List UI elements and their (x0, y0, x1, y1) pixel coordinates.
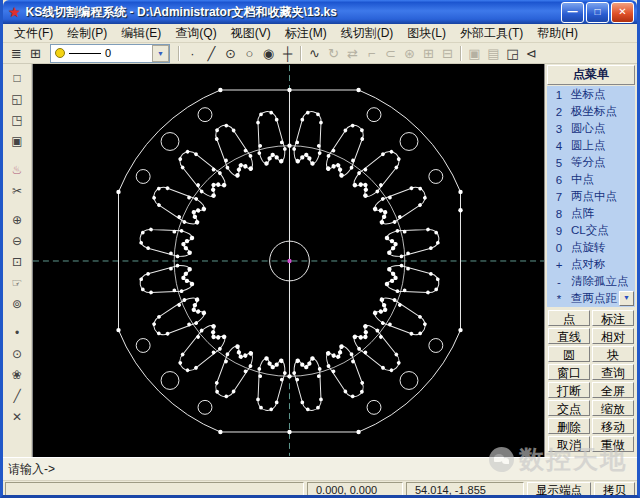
layer-settings-icon[interactable]: ⊞ (26, 45, 45, 62)
delete-button[interactable]: 删除 (548, 418, 590, 434)
fullscreen-button[interactable]: 全屏 (592, 382, 634, 398)
point-menu-item-divide-point[interactable]: 5等分点 (547, 154, 635, 171)
open-block-icon[interactable]: ◲ (503, 45, 522, 62)
point-menu-item-measure-two-point-distance[interactable]: *查两点距▼ (547, 290, 635, 307)
point-menu-key: - (554, 276, 564, 288)
point-menu-item-polar-coordinate-point[interactable]: 2极坐标点 (547, 103, 635, 120)
minimize-button[interactable]: — (561, 2, 584, 23)
point-menu-item-two-point-midpoint[interactable]: 7两点中点 (547, 188, 635, 205)
combo-dropdown-icon[interactable]: ▼ (152, 45, 169, 62)
cancel-button[interactable]: 取消 (548, 436, 590, 452)
right-panel: 点菜单 1坐标点2极坐标点3圆心点4圆上点5等分点6中点7两点中点8点阵9CL交… (545, 64, 637, 457)
menu-bar: 文件(F)绘制(P)编辑(E)查询(Q)视图(V)标注(M)线切割(D)图块(L… (3, 24, 637, 43)
snap-quadrant-icon[interactable]: ❀ (6, 365, 28, 384)
point-menu-key: 3 (554, 123, 564, 135)
point-menu-label: 极坐标点 (571, 104, 617, 119)
menu-draw[interactable]: 绘制(P) (60, 25, 114, 42)
point-menu-key: 2 (554, 106, 564, 118)
menu-dimension[interactable]: 标注(M) (278, 25, 334, 42)
point-menu-label: CL交点 (571, 223, 609, 238)
draw-spline-icon[interactable]: ∿ (305, 45, 324, 62)
window-button[interactable]: 窗口 (548, 364, 590, 380)
point-menu-header[interactable]: 点菜单 (547, 65, 635, 85)
point-menu-key: 7 (554, 191, 564, 203)
zoom-in-icon[interactable]: ⊕ (6, 210, 28, 229)
zoom-out-icon[interactable]: ⊖ (6, 231, 28, 250)
title-bar: ★ KS线切割编程系统 - D:\Administrator文档和收藏夹\13.… (3, 0, 637, 24)
line-button[interactable]: 直线 (548, 328, 590, 344)
circle-button[interactable]: 圆 (548, 346, 590, 362)
erase-icon[interactable]: ✂ (6, 181, 28, 200)
point-menu-label: 点旋转 (571, 240, 606, 255)
close-button[interactable]: ✕ (611, 2, 634, 23)
toolbar-separator (300, 46, 302, 61)
layers-icon[interactable]: ≣ (7, 45, 26, 62)
import-file-icon[interactable]: ◳ (6, 110, 28, 129)
point-button[interactable]: 点 (548, 310, 590, 326)
draw-point-icon[interactable]: · (183, 45, 202, 62)
point-menu-key: 5 (554, 157, 564, 169)
zoom-window-icon[interactable]: ⊡ (6, 252, 28, 271)
draw-line-icon[interactable]: ╱ (202, 45, 221, 62)
draw-ellipse-icon[interactable]: ◉ (259, 45, 278, 62)
query-button[interactable]: 查询 (592, 364, 634, 380)
menu-help[interactable]: 帮助(H) (530, 25, 585, 42)
layer-toolbar-group: ≣⊞ (7, 45, 45, 62)
save-file-icon[interactable]: ▣ (6, 131, 28, 150)
menu-view[interactable]: 视图(V) (224, 25, 278, 42)
zoom-extents-icon[interactable]: ⊚ (6, 294, 28, 313)
menu-file[interactable]: 文件(F) (7, 25, 60, 42)
snap-point-icon[interactable]: • (6, 323, 28, 342)
point-menu-item-point-rotate[interactable]: 0点旋转 (547, 239, 635, 256)
point-menu-label: 清除孤立点 (571, 274, 629, 289)
copy-button[interactable]: 拷贝 (594, 482, 635, 498)
intersection-button[interactable]: 交点 (548, 400, 590, 416)
command-bar[interactable]: 请输入-> (3, 457, 637, 480)
snap-center-icon[interactable]: ⊙ (6, 344, 28, 363)
new-file-icon[interactable]: □ (6, 68, 28, 87)
menu-edit[interactable]: 编辑(E) (114, 25, 168, 42)
draw-circle-icon[interactable]: ⊙ (221, 45, 240, 62)
toolbar-separator (178, 46, 180, 61)
show-endpoints-button[interactable]: 显示端点 (527, 482, 591, 498)
trim-icon: ⌐ (362, 45, 381, 62)
point-menu-dropdown-icon[interactable]: ▼ (619, 291, 634, 306)
point-menu-item-cl-intersection-point[interactable]: 9CL交点 (547, 222, 635, 239)
menu-block[interactable]: 图块(L) (400, 25, 453, 42)
layer-combo[interactable]: 0 ▼ (50, 44, 170, 63)
print-icon[interactable]: ♨ (6, 160, 28, 179)
point-menu-item-midpoint[interactable]: 6中点 (547, 171, 635, 188)
break-button[interactable]: 打断 (548, 382, 590, 398)
relative-button[interactable]: 相对 (592, 328, 634, 344)
snap-line-icon[interactable]: ╱ (6, 386, 28, 405)
block-button[interactable]: 块 (592, 346, 634, 362)
maximize-button[interactable]: □ (586, 2, 609, 23)
menu-external-tools[interactable]: 外部工具(T) (453, 25, 530, 42)
send-output-icon[interactable]: ⊲ (522, 45, 541, 62)
open-file-icon[interactable]: ◱ (6, 89, 28, 108)
draw-centerline-icon[interactable]: ┼ (278, 45, 297, 62)
dimension-button[interactable]: 标注 (592, 310, 634, 326)
point-menu-key: 9 (554, 225, 564, 237)
draw-polygon-icon[interactable]: ○ (240, 45, 259, 62)
point-menu-list: 1坐标点2极坐标点3圆心点4圆上点5等分点6中点7两点中点8点阵9CL交点0点旋… (547, 86, 635, 307)
cad-canvas[interactable] (32, 64, 545, 457)
pan-icon[interactable]: ☞ (6, 273, 28, 292)
point-menu-item-circle-center-point[interactable]: 3圆心点 (547, 120, 635, 137)
point-menu-item-clear-isolated-points[interactable]: -清除孤立点 (547, 273, 635, 290)
window-title: KS线切割编程系统 - D:\Administrator文档和收藏夹\13.ks (26, 4, 561, 21)
point-menu-label: 点对称 (571, 257, 606, 272)
zoom-button[interactable]: 缩放 (592, 400, 634, 416)
point-menu-item-coordinate-point[interactable]: 1坐标点 (547, 86, 635, 103)
point-menu-label: 等分点 (571, 155, 606, 170)
menu-query[interactable]: 查询(Q) (168, 25, 223, 42)
point-menu-label: 点阵 (571, 206, 594, 221)
move-button[interactable]: 移动 (592, 418, 634, 434)
redo-button[interactable]: 重做 (592, 436, 634, 452)
point-menu-item-point-mirror[interactable]: +点对称 (547, 256, 635, 273)
menu-wire-cut[interactable]: 线切割(D) (334, 25, 401, 42)
point-menu-item-point-array[interactable]: 8点阵 (547, 205, 635, 222)
snap-intersection-icon[interactable]: ✕ (6, 407, 28, 426)
point-menu-item-point-on-circle[interactable]: 4圆上点 (547, 137, 635, 154)
point-menu-key: 6 (554, 174, 564, 186)
